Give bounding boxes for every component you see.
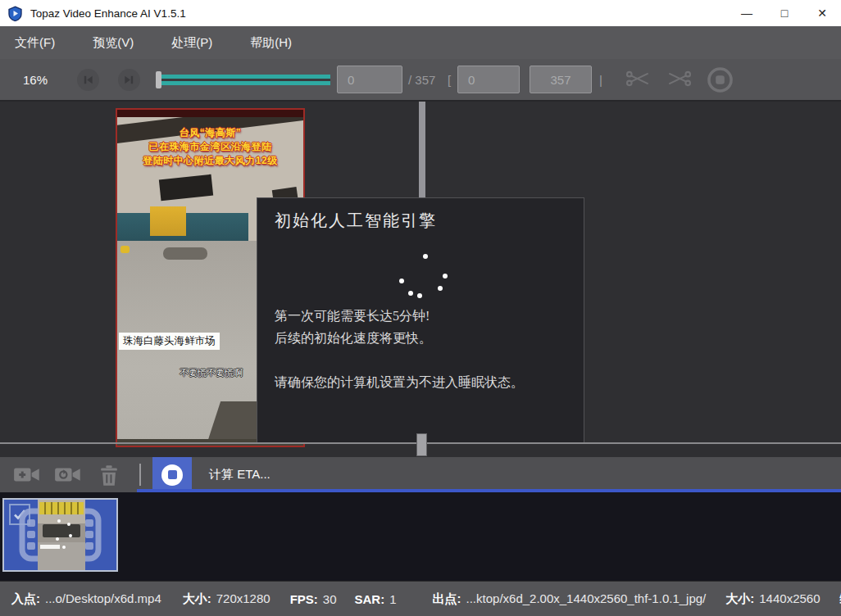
reload-video-button[interactable]: [54, 464, 82, 488]
status-fps: FPS:30: [290, 592, 337, 606]
overlay-line-1: 台风“海高斯”: [117, 126, 303, 140]
window-controls: — □ ✕: [728, 0, 841, 26]
app-logo-icon: [7, 6, 23, 21]
menu-bar: 文件(F) 预览(V) 处理(P) 帮助(H): [0, 26, 841, 59]
menu-preview[interactable]: 预览(V): [81, 26, 145, 59]
eta-status-text: 计算 ETA...: [209, 457, 270, 492]
skip-to-end-button[interactable]: [118, 69, 140, 91]
trash-icon: [98, 464, 120, 487]
stop-preview-button[interactable]: [707, 66, 734, 97]
overlay-line-3: 登陆时中心附近最大风力12级: [117, 154, 303, 168]
status-bar: 入点:...o/Desktop/x6d.mp4 大小:720x1280 FPS:…: [0, 581, 841, 616]
window-title: Topaz Video Enhance AI V1.5.1: [30, 7, 186, 20]
out-size-label: 大小:: [725, 591, 754, 605]
out-point-label: 出点:: [433, 591, 461, 605]
overlay-line-2: 已在珠海市金湾区沿海登陆: [117, 140, 303, 154]
delete-video-button[interactable]: [98, 464, 120, 490]
cut-out-button[interactable]: [666, 68, 692, 93]
scissors-out-icon: [666, 68, 692, 89]
sar-value: 1: [389, 592, 396, 606]
sar-label: SAR:: [355, 592, 385, 606]
scissors-in-icon: [625, 68, 652, 89]
dialog-body-line-4: 请确保您的计算机设置为不进入睡眠状态。: [275, 371, 524, 393]
range-close-bracket: |: [599, 59, 602, 100]
processing-progress-line: [137, 489, 841, 492]
in-size-value: 720x1280: [216, 591, 270, 605]
status-in-size: 大小:720x1280: [183, 591, 270, 607]
video-scene-topstrip: [117, 110, 303, 117]
process-toolbar: 计算 ETA...: [0, 457, 841, 492]
dialog-body-line-3: [275, 349, 524, 371]
in-size-label: 大小:: [183, 591, 211, 605]
video-scene-truck: [150, 206, 186, 236]
video-thumbnail-selected[interactable]: [2, 498, 118, 572]
timeline-slider[interactable]: [156, 59, 333, 100]
status-sar: SAR:1: [355, 592, 397, 606]
dialog-body: 第一次可能需要长达5分钟! 后续的初始化速度将更快。 请确保您的计算机设置为不进…: [275, 305, 524, 393]
menu-file[interactable]: 文件(F): [3, 26, 66, 59]
playback-toolbar: 16% / 357 [ |: [0, 59, 841, 102]
out-size-value: 1440x2560: [759, 591, 820, 605]
main-preview-area: 台风“海高斯” 已在珠海市金湾区沿海登陆 登陆时中心附近最大风力12级 珠海白藤…: [0, 102, 841, 457]
out-point-value: ...ktop/x6d_2.00x_1440x2560_thf-1.0.1_jp…: [466, 591, 707, 605]
in-point-value: ...o/Desktop/x6d.mp4: [45, 591, 161, 605]
video-overlay-text: 台风“海高斯” 已在珠海市金湾区沿海登陆 登陆时中心附近最大风力12级: [117, 126, 303, 168]
status-out-size: 大小:1440x2560: [725, 591, 820, 607]
trim-end-input[interactable]: [530, 66, 592, 93]
fps-label: FPS:: [290, 592, 318, 606]
topaz-video-enhance-window: Topaz Video Enhance AI V1.5.1 — □ ✕ 文件(F…: [0, 0, 841, 616]
zoom-level-label: 16%: [23, 59, 48, 100]
dialog-body-line-1: 第一次可能需要长达5分钟!: [275, 305, 524, 327]
thumbnail-image: [38, 500, 85, 570]
range-open-bracket: [: [448, 59, 451, 100]
timeline-track: [161, 75, 330, 85]
thumbnail-strip: [0, 492, 841, 581]
menu-help[interactable]: 帮助(H): [239, 26, 303, 59]
fps-value: 30: [323, 592, 337, 606]
video-scene-debris: [120, 246, 130, 253]
video-scene-car: [163, 247, 207, 260]
total-frames-label: / 357: [408, 59, 435, 100]
add-video-icon: [13, 464, 41, 485]
title-bar: Topaz Video Enhance AI V1.5.1 — □ ✕: [0, 0, 841, 26]
in-point-label: 入点:: [11, 591, 40, 605]
init-engine-dialog: 初始化人工智能引擎 第一次可能需要长达5分钟! 后续的初始化速度将更快。 请确保…: [257, 197, 584, 443]
maximize-button[interactable]: □: [766, 0, 803, 26]
status-out-point: 出点:...ktop/x6d_2.00x_1440x2560_thf-1.0.1…: [433, 591, 707, 607]
stop-processing-icon: [161, 464, 183, 486]
skip-start-icon: [82, 74, 94, 86]
status-in-point: 入点:...o/Desktop/x6d.mp4: [11, 591, 161, 607]
cut-in-button[interactable]: [625, 68, 652, 93]
toolbar-divider: [139, 464, 141, 486]
reload-video-icon: [54, 464, 82, 485]
menu-process[interactable]: 处理(P): [160, 26, 224, 59]
minimize-button[interactable]: —: [728, 0, 766, 26]
skip-end-icon: [123, 74, 135, 86]
stop-processing-button[interactable]: [152, 457, 192, 492]
add-video-button[interactable]: [13, 464, 41, 488]
dialog-body-line-2: 后续的初始化速度将更快。: [275, 327, 524, 349]
video-caption: 不要慌不要慌啊: [180, 367, 243, 379]
split-divider-handle[interactable]: [416, 433, 427, 456]
timeline-handle[interactable]: [156, 71, 161, 88]
close-button[interactable]: ✕: [803, 0, 841, 26]
skip-to-start-button[interactable]: [77, 69, 99, 91]
current-frame-input[interactable]: [337, 66, 402, 93]
dialog-title: 初始化人工智能引擎: [275, 210, 437, 232]
video-location-label: 珠海白藤头海鲜市场: [119, 333, 220, 350]
stop-circle-icon: [707, 66, 734, 93]
video-scene-block: [159, 174, 213, 202]
trim-start-input[interactable]: [457, 66, 520, 93]
